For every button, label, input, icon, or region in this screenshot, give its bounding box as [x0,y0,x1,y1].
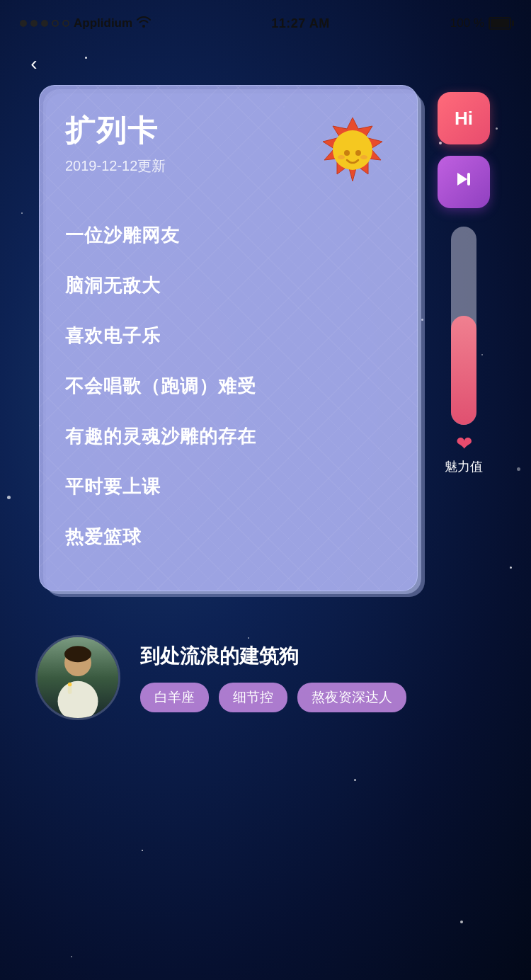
svg-point-1 [333,130,372,170]
status-time: 11:27 AM [271,16,329,31]
card-date: 2019-12-12更新 [65,156,314,176]
list-item: 不会唱歌（跑调）难受 [65,361,392,411]
charm-meter-container: ❤ 魅力值 [445,227,483,475]
charm-meter-label: 魅力值 [445,458,483,475]
tag-detail: 细节控 [219,683,287,712]
signal-dot-2 [30,20,38,27]
signal-dots [20,20,69,27]
tag-zodiac: 白羊座 [140,683,209,712]
list-item: 喜欢电子乐 [65,311,392,361]
svg-rect-6 [467,173,470,186]
svg-point-11 [58,681,98,720]
battery-percentage: 100 % [450,16,484,30]
tag-nightowl: 熬夜资深达人 [297,683,406,712]
wifi-icon [137,16,151,30]
back-button[interactable]: ‹ [20,50,48,78]
list-item: 平时要上课 [65,462,392,512]
hi-label: Hi [455,108,473,130]
carrier-name: Applidium [74,16,132,30]
status-left: Applidium [20,16,151,30]
battery-icon [489,17,511,30]
svg-point-5 [360,155,367,159]
list-item: 热爱篮球 [65,512,392,562]
signal-dot-1 [20,20,27,27]
heart-icon: ❤ [456,432,472,455]
signal-dot-4 [52,20,59,27]
profile-section: 到处流浪的建筑狗 白羊座 细节控 熬夜资深达人 [0,612,531,743]
profile-card: 扩列卡 2019-12-12更新 [39,85,418,591]
list-item: 一位沙雕网友 [65,210,392,261]
svg-point-3 [355,150,361,156]
avatar-image [38,637,118,718]
card-items-list: 一位沙雕网友 脑洞无敌大 喜欢电子乐 不会唱歌（跑调）难受 有趣的灵魂沙雕的存在… [65,210,392,562]
right-sidebar: Hi ❤ 魅力值 [432,85,496,591]
svg-point-13 [68,683,72,687]
svg-point-2 [344,150,350,156]
play-button[interactable] [438,156,490,208]
svg-rect-12 [68,685,72,693]
card-title-section: 扩列卡 2019-12-12更新 [65,111,314,176]
avatar [35,635,120,720]
list-item: 脑洞无敌大 [65,261,392,311]
svg-point-10 [64,646,91,662]
profile-name: 到处流浪的建筑狗 [140,643,496,670]
sun-decoration [314,111,392,189]
card-stack: 扩列卡 2019-12-12更新 [39,85,418,591]
status-bar: Applidium 11:27 AM 100 % [0,0,531,42]
charm-meter-label-section: ❤ 魅力值 [445,432,483,475]
profile-tags: 白羊座 细节控 熬夜资深达人 [140,683,496,712]
play-icon [452,167,476,197]
card-title: 扩列卡 [65,111,314,151]
list-item: 有趣的灵魂沙雕的存在 [65,411,392,462]
status-right: 100 % [450,16,511,30]
signal-dot-5 [62,20,69,27]
profile-info: 到处流浪的建筑狗 白羊座 细节控 熬夜资深达人 [140,643,496,712]
charm-meter-track [451,227,476,425]
card-header: 扩列卡 2019-12-12更新 [65,111,392,189]
charm-meter-fill [451,316,476,425]
main-content: 扩列卡 2019-12-12更新 [0,85,531,591]
back-arrow-icon: ‹ [30,52,37,75]
hi-button[interactable]: Hi [438,92,490,144]
signal-dot-3 [41,20,48,27]
svg-marker-7 [457,173,467,186]
svg-point-4 [338,155,345,159]
